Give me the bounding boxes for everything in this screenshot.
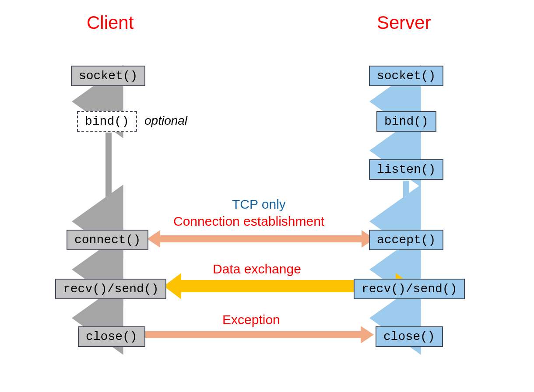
client-title: Client xyxy=(87,12,134,33)
arrow-exception xyxy=(141,326,374,343)
client-bind-box: bind() xyxy=(77,111,137,132)
server-socket-box: socket() xyxy=(369,66,443,86)
label-exception: Exception xyxy=(222,312,280,327)
server-title: Server xyxy=(377,12,431,33)
server-accept-box: accept() xyxy=(369,230,443,250)
label-tcp-only: TCP only xyxy=(232,197,286,212)
label-conn-est: Connection establishment xyxy=(173,214,324,229)
client-close-box: close() xyxy=(78,326,145,347)
label-data-exchange: Data exchange xyxy=(213,262,301,276)
svg-rect-9 xyxy=(160,235,362,242)
server-recvsend-box: recv()/send() xyxy=(354,279,465,299)
client-socket-box: socket() xyxy=(71,66,145,86)
server-listen-box: listen() xyxy=(369,159,443,180)
client-bind-note: optional xyxy=(144,114,187,128)
client-recvsend-box: recv()/send() xyxy=(55,279,166,299)
svg-rect-11 xyxy=(141,331,361,338)
server-bind-box: bind() xyxy=(376,111,436,132)
arrow-connection-establishment xyxy=(147,230,375,248)
client-connect-box: connect() xyxy=(67,230,148,250)
server-close-box: close() xyxy=(376,326,443,347)
